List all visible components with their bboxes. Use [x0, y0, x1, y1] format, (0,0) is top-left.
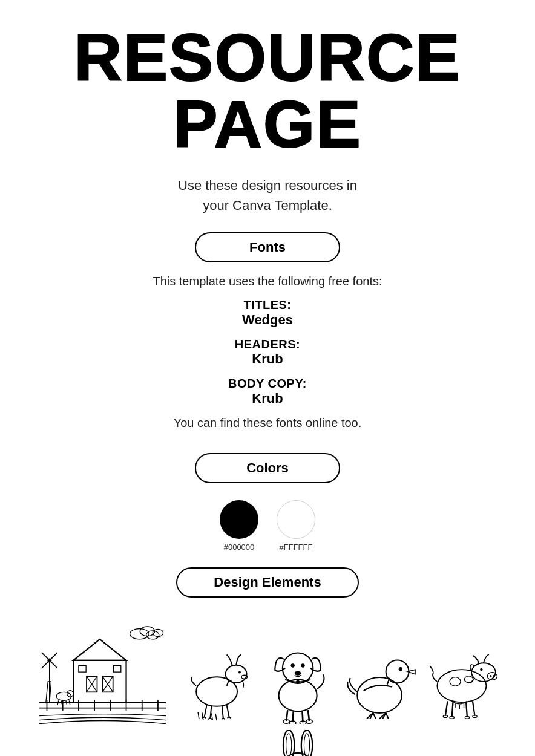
svg-line-57: [215, 714, 217, 720]
goat-svg: [179, 642, 255, 724]
duck-item: [341, 641, 418, 724]
rabbit-svg: [260, 730, 336, 756]
title-line2: PAGE: [74, 91, 461, 157]
svg-point-82: [437, 670, 486, 702]
svg-marker-16: [46, 682, 51, 703]
svg-point-58: [279, 679, 317, 711]
title-block: RESOURCE PAGE: [74, 24, 461, 157]
color-swatch-white: #FFFFFF: [277, 500, 315, 552]
svg-line-31: [66, 700, 67, 705]
rabbit-item: [260, 730, 336, 756]
font-name-body: Krub: [228, 391, 307, 406]
svg-line-42: [205, 705, 207, 717]
font-entry-titles: TITLES: Wedges: [242, 298, 293, 328]
svg-rect-0: [73, 660, 126, 703]
svg-line-77: [373, 713, 375, 719]
svg-point-62: [295, 671, 301, 675]
color-circle-white: [277, 500, 315, 539]
svg-line-54: [198, 712, 199, 719]
horse-svg: [179, 746, 255, 756]
svg-point-15: [47, 658, 51, 662]
animals-row-1: [36, 618, 499, 724]
fonts-pill: Fonts: [195, 232, 340, 262]
svg-line-50: [222, 718, 223, 719]
svg-line-92: [473, 701, 475, 715]
cow-item: [422, 642, 499, 724]
svg-line-55: [202, 712, 203, 720]
svg-point-118: [286, 733, 292, 756]
font-name-titles: Wedges: [242, 312, 293, 328]
color-swatches: #000000 #FFFFFF: [220, 500, 315, 552]
main-title: RESOURCE PAGE: [74, 24, 461, 157]
font-name-headers: Krub: [235, 351, 300, 367]
colors-pill: Colors: [195, 453, 340, 483]
svg-point-87: [480, 668, 483, 671]
fonts-description: This template uses the following free fo…: [153, 275, 382, 288]
svg-line-80: [386, 713, 388, 719]
svg-rect-93: [443, 715, 447, 717]
font-entry-body: BODY COPY: Krub: [228, 377, 307, 406]
color-circle-black: [220, 500, 258, 539]
svg-point-101: [464, 676, 473, 682]
svg-rect-94: [450, 716, 454, 719]
svg-marker-1: [73, 639, 126, 660]
svg-line-47: [205, 717, 206, 718]
svg-rect-96: [473, 715, 477, 717]
svg-point-117: [301, 730, 312, 756]
color-swatch-black: #000000: [220, 500, 258, 552]
pig-svg: [341, 752, 418, 756]
svg-line-43: [211, 706, 212, 718]
page-container: RESOURCE PAGE Use these design resources…: [0, 0, 535, 756]
fonts-section: Fonts This template uses the following f…: [36, 232, 499, 447]
svg-line-52: [228, 717, 229, 718]
svg-point-100: [450, 677, 461, 685]
dog-item: [260, 635, 336, 724]
font-entry-headers: HEADERS: Krub: [235, 337, 300, 367]
farm-scene-item: [36, 618, 174, 724]
svg-line-41: [227, 680, 229, 686]
svg-line-51: [223, 718, 225, 719]
svg-point-74: [398, 667, 402, 671]
duck-svg: [341, 641, 418, 724]
svg-line-53: [229, 717, 231, 718]
color-hex-black: #000000: [224, 543, 255, 552]
svg-line-89: [445, 701, 448, 715]
svg-rect-4: [79, 666, 86, 672]
svg-line-90: [451, 702, 453, 717]
title-line1: RESOURCE: [74, 24, 461, 91]
svg-line-30: [61, 700, 62, 705]
svg-rect-5: [114, 666, 121, 672]
svg-line-44: [222, 706, 223, 718]
svg-point-119: [304, 733, 310, 756]
farm-scene-svg: [36, 618, 174, 724]
svg-line-49: [211, 718, 212, 719]
animals-row-2: [36, 730, 499, 756]
pig-item: [341, 752, 418, 756]
colors-section: Colors #000000 #FFFFFF: [36, 453, 499, 558]
svg-point-39: [238, 671, 241, 673]
color-hex-white: #FFFFFF: [280, 543, 313, 552]
animals-grid: [36, 618, 499, 756]
dog-svg: [260, 635, 336, 724]
design-elements-section: Design Elements: [36, 567, 499, 756]
horse-item: [179, 746, 255, 756]
font-label-body: BODY COPY:: [228, 377, 307, 391]
fonts-footer: You can find these fonts online too.: [174, 416, 362, 430]
subtitle-text: Use these design resources inyour Canva …: [178, 175, 357, 215]
goat-item: [179, 642, 255, 724]
design-elements-pill: Design Elements: [176, 567, 358, 598]
svg-line-32: [69, 700, 70, 705]
font-label-titles: TITLES:: [242, 298, 293, 312]
svg-point-59: [283, 653, 313, 683]
svg-point-60: [291, 663, 295, 667]
svg-line-29: [57, 700, 59, 705]
svg-line-48: [208, 718, 211, 719]
svg-line-45: [227, 705, 229, 717]
svg-point-61: [301, 663, 305, 667]
svg-point-86: [493, 675, 495, 677]
svg-point-85: [490, 675, 492, 677]
svg-point-63: [296, 680, 300, 683]
font-label-headers: HEADERS:: [235, 337, 300, 351]
cow-svg: [422, 642, 499, 724]
svg-line-91: [466, 702, 467, 717]
